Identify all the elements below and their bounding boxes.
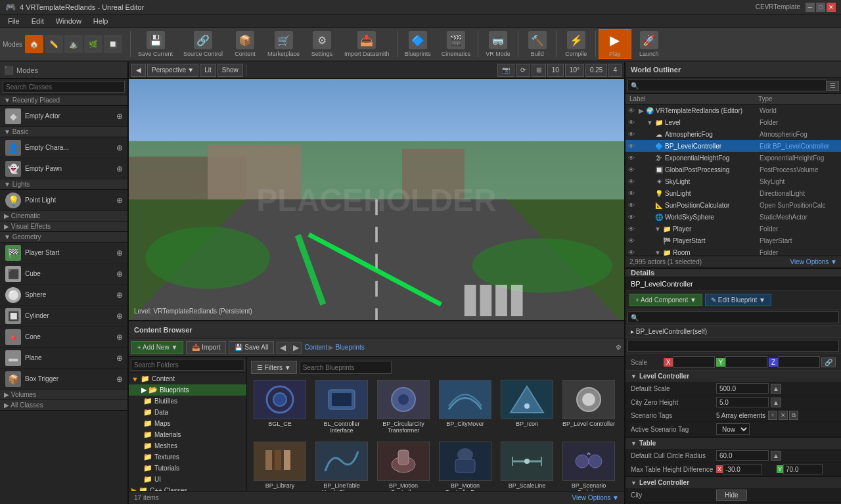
save-btn[interactable]: 💾Save Current — [133, 29, 177, 59]
minimize-button[interactable]: ─ — [806, 3, 815, 12]
oi-level[interactable]: 👁 ▼ 📁 Level Folder — [625, 116, 841, 128]
build-btn[interactable]: 🔨Build — [521, 29, 554, 59]
details-self[interactable]: ▸ BP_LevelController(self) — [625, 326, 841, 338]
launch-btn[interactable]: 🚀Launch — [633, 29, 666, 59]
array-add-icon[interactable]: + — [768, 411, 777, 420]
city-zero-height-input[interactable] — [716, 397, 769, 407]
cinematics-btn[interactable]: 🎬Cinematics — [437, 29, 476, 59]
folder-blueprints[interactable]: ▶ 📂 Blueprints — [129, 384, 246, 396]
asset-bgl-ce[interactable]: BGL_CE — [251, 378, 309, 436]
search-classes-input[interactable] — [3, 81, 125, 93]
actor-empty-char[interactable]: 👤 Empty Chara... ⊕ — [0, 137, 127, 158]
actor-cylinder[interactable]: 🔲 Cylinder ⊕ — [0, 306, 127, 327]
asset-bp-motion-ctrl[interactable]: BP_Motion Controller — [375, 440, 432, 491]
cb-forward-btn[interactable]: ▶ — [290, 342, 302, 354]
oi-exp-height-fog[interactable]: 👁 🌫 ExponentialHeightFog ExponentialHeig… — [625, 152, 841, 164]
mesh-mode-btn[interactable]: 🔲 — [104, 35, 122, 53]
save-all-btn[interactable]: 💾 Save All — [229, 341, 274, 354]
folder-cpp[interactable]: ▶ 📁 C++ Classes — [129, 485, 246, 491]
oi-skylight[interactable]: 👁 ☀ SkyLight SkyLight — [625, 175, 841, 187]
oi-sunposition[interactable]: 👁 📐 SunPositionCalculator Open SunPositi… — [625, 199, 841, 211]
add-new-btn[interactable]: + Add New ▼ — [131, 341, 183, 354]
asset-bp-scenario[interactable]: BP_Scenario Switcher — [560, 440, 618, 491]
asset-bp-icon[interactable]: BP_Icon — [498, 378, 556, 436]
asset-bp-library[interactable]: BP_Library — [251, 440, 309, 491]
folder-data[interactable]: 📁 Data — [129, 407, 246, 418]
bc-blueprints[interactable]: Blueprints — [335, 344, 364, 351]
asset-bp-scaleline[interactable]: BP_ScaleLine — [498, 440, 556, 491]
oi-playerstart[interactable]: 👁 🏁 PlayerStart PlayerStart — [625, 235, 841, 246]
section-lc2-header[interactable]: ▼ Level Controller — [625, 477, 841, 488]
section-geometry[interactable]: ▼ Geometry — [0, 232, 127, 242]
menu-edit[interactable]: Edit — [26, 16, 49, 26]
bc-content[interactable]: Content — [304, 344, 327, 351]
folder-ui[interactable]: 📁 UI — [129, 474, 246, 485]
city-zero-expand[interactable]: ▲ — [771, 398, 781, 407]
close-button[interactable]: ✕ — [827, 3, 836, 12]
section-recently-placed[interactable]: ▼ Recently Placed — [0, 95, 127, 106]
actor-sphere[interactable]: ⚪ Sphere ⊕ — [0, 285, 127, 306]
oi-sunlight[interactable]: 👁 💡 SunLight DirectionalLight — [625, 187, 841, 199]
default-scale-input[interactable] — [716, 383, 769, 394]
import-btn-cb[interactable]: 📥 Import — [186, 341, 226, 354]
active-scenario-select[interactable]: Now — [716, 423, 750, 435]
blueprints-btn[interactable]: 🔷Blueprints — [400, 29, 436, 59]
folder-tutorials[interactable]: 📁 Tutorials — [129, 463, 246, 474]
cb-back-btn[interactable]: ◀ — [277, 342, 288, 354]
details-search-input[interactable] — [627, 311, 839, 323]
rot-snap-btn[interactable]: 10° — [565, 64, 584, 77]
oi-atmospheric-fog[interactable]: 👁 ☁ AtmosphericFog AtmosphericFog — [625, 128, 841, 140]
section-lc-header[interactable]: ▼ Level Controller — [625, 371, 841, 382]
asset-bp-linetable[interactable]: BP_LineTable HeightChanger — [313, 440, 371, 491]
realtime-btn[interactable]: ⟳ — [516, 64, 530, 77]
vr-mode-btn[interactable]: 🥽VR Mode — [481, 29, 515, 59]
cb-options-btn[interactable]: ⚙ — [616, 344, 622, 351]
camera-opts-btn[interactable]: 📷 — [497, 64, 514, 77]
menu-help[interactable]: Help — [88, 16, 114, 26]
import-btn[interactable]: 📥Import Datasmith — [340, 29, 394, 59]
paint-mode-btn[interactable]: ✏️ — [45, 35, 63, 53]
view-options-outliner[interactable]: View Options ▼ — [790, 258, 837, 265]
scale-btn[interactable]: 0.25 — [585, 64, 607, 77]
grid-size-btn[interactable]: 10 — [547, 64, 564, 77]
oi-player-folder[interactable]: 👁 ▼ 📁 Player Folder — [625, 223, 841, 235]
vt-nav-back[interactable]: ◀ — [131, 64, 146, 77]
render-btn[interactable]: 4 — [608, 64, 622, 77]
section-table-header[interactable]: ▼ Table — [625, 438, 841, 449]
folder-blutiles[interactable]: 📁 BlutiIles — [129, 396, 246, 407]
perspective-btn[interactable]: Perspective ▼ — [147, 64, 198, 77]
lit-btn[interactable]: Lit — [200, 64, 216, 77]
oi-bp-levelcontroller[interactable]: 👁 🔷 BP_LevelController Edit BP_LevelCont… — [625, 140, 841, 152]
viewport-3d[interactable]: PLACEHOLDER Level: VRTemplateRedlands (P… — [129, 79, 624, 320]
array-clear-icon[interactable]: ✕ — [779, 411, 788, 420]
actor-cone[interactable]: 🔺 Cone ⊕ — [0, 327, 127, 348]
menu-window[interactable]: Window — [51, 16, 87, 26]
view-options-btn[interactable]: View Options ▼ — [572, 494, 619, 501]
asset-bl-controller[interactable]: BL_Controller Interface — [313, 378, 371, 436]
add-component-btn[interactable]: + Add Component ▼ — [629, 294, 702, 306]
search-assets-input[interactable] — [300, 361, 392, 374]
actor-plane[interactable]: ▬ Plane ⊕ — [0, 348, 127, 369]
folder-maps[interactable]: 📁 Maps — [129, 418, 246, 429]
oi-global-post[interactable]: 👁 🔲 GlobalPostProcessing PostProcessVolu… — [625, 164, 841, 175]
section-volumes[interactable]: ▶ Volumes — [0, 390, 127, 400]
filters-btn[interactable]: ☰ Filters ▼ — [251, 361, 297, 374]
default-scale-expand[interactable]: ▲ — [771, 384, 781, 394]
source-control-btn[interactable]: 🔗Source Control — [179, 29, 227, 59]
scale-x-field[interactable]: 1.0 — [673, 356, 715, 368]
folder-meshes[interactable]: 📁 Meshes — [129, 440, 246, 451]
table-height-x[interactable] — [723, 464, 762, 474]
actor-point-light[interactable]: 💡 Point Light ⊕ — [0, 190, 127, 211]
section-visual-effects[interactable]: ▶ Visual Effects — [0, 221, 127, 232]
city-hide-btn[interactable]: Hide — [716, 490, 747, 501]
asset-bp-motion-pawn[interactable]: BP_Motion ControllerPawn — [436, 440, 494, 491]
menu-file[interactable]: File — [3, 16, 25, 26]
oi-room-folder[interactable]: 👁 ▼ 📁 Room Folder — [625, 246, 841, 256]
content-btn[interactable]: 📦Content — [229, 29, 261, 59]
compile-btn[interactable]: ⚡Compile — [560, 29, 593, 59]
folder-search-input[interactable] — [131, 359, 244, 371]
edit-blueprint-btn[interactable]: ✎ Edit Blueprint ▼ — [705, 294, 771, 306]
folder-textures[interactable]: 📁 Textures — [129, 451, 246, 463]
asset-bp-citymover[interactable]: BP_CityMover — [436, 378, 494, 436]
scale-lock-btn[interactable]: 🔗 — [821, 357, 836, 367]
